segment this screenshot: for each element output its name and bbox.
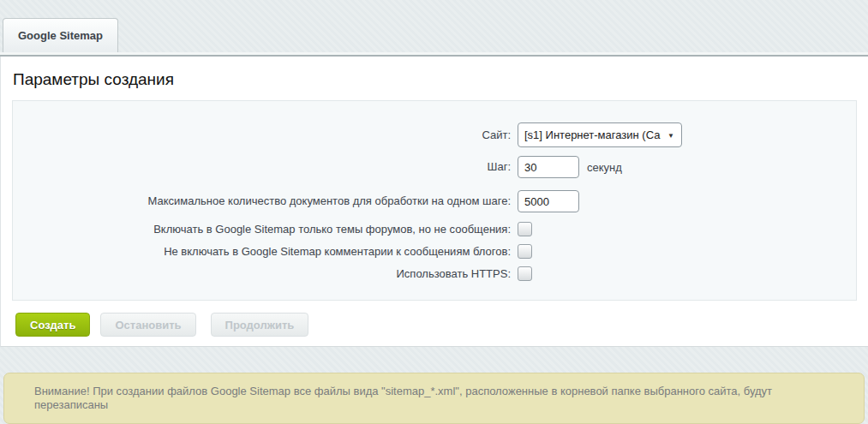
site-select[interactable]: [s1] Интернет-магазин (Сай xyxy=(518,122,682,147)
form-row-max-docs: Максимальное количество документов для о… xyxy=(13,190,856,212)
creation-parameters-form: Сайт: [s1] Интернет-магазин (Сай ▼ Шаг: … xyxy=(12,100,857,301)
use-https-checkbox[interactable] xyxy=(518,266,532,281)
page-title: Параметры создания xyxy=(1,57,868,90)
warning-text: Внимание! При создании файлов Google Sit… xyxy=(34,385,772,411)
spacer xyxy=(0,347,868,373)
forum-topics-checkbox[interactable] xyxy=(518,222,532,236)
tab-google-sitemap[interactable]: Google Sitemap xyxy=(3,18,118,52)
tab-bar: Google Sitemap xyxy=(0,0,868,52)
form-row-blog-comments: Не включать в Google Sitemap комментарии… xyxy=(13,244,856,259)
create-button[interactable]: Создать xyxy=(15,313,90,337)
forum-topics-label: Включать в Google Sitemap только темы фо… xyxy=(13,223,518,236)
tab-label: Google Sitemap xyxy=(18,29,103,42)
form-row-use-https: Использовать HTTPS: xyxy=(13,266,856,281)
blog-comments-label: Не включать в Google Sitemap комментарии… xyxy=(13,245,518,259)
blog-comments-checkbox[interactable] xyxy=(518,244,532,259)
warning-banner: Внимание! При создании файлов Google Sit… xyxy=(3,373,865,424)
form-row-step: Шаг: секунд xyxy=(13,156,856,178)
stop-button: Остановить xyxy=(100,313,195,337)
continue-button: Продолжить xyxy=(211,313,309,337)
main-content: Параметры создания Сайт: [s1] Интернет-м… xyxy=(0,57,868,347)
site-select-wrap: [s1] Интернет-магазин (Сай ▼ xyxy=(518,122,682,147)
form-row-site: Сайт: [s1] Интернет-магазин (Сай ▼ xyxy=(13,122,856,147)
step-label: Шаг: xyxy=(13,160,518,174)
step-suffix: секунд xyxy=(587,161,622,174)
form-row-forum-topics: Включать в Google Sitemap только темы фо… xyxy=(13,222,856,236)
step-input[interactable] xyxy=(518,156,579,178)
max-docs-label: Максимальное количество документов для о… xyxy=(13,194,518,208)
use-https-label: Использовать HTTPS: xyxy=(13,267,518,281)
button-row: Создать Остановить Продолжить xyxy=(15,313,868,337)
site-label: Сайт: xyxy=(13,128,518,142)
max-docs-input[interactable] xyxy=(518,190,579,212)
